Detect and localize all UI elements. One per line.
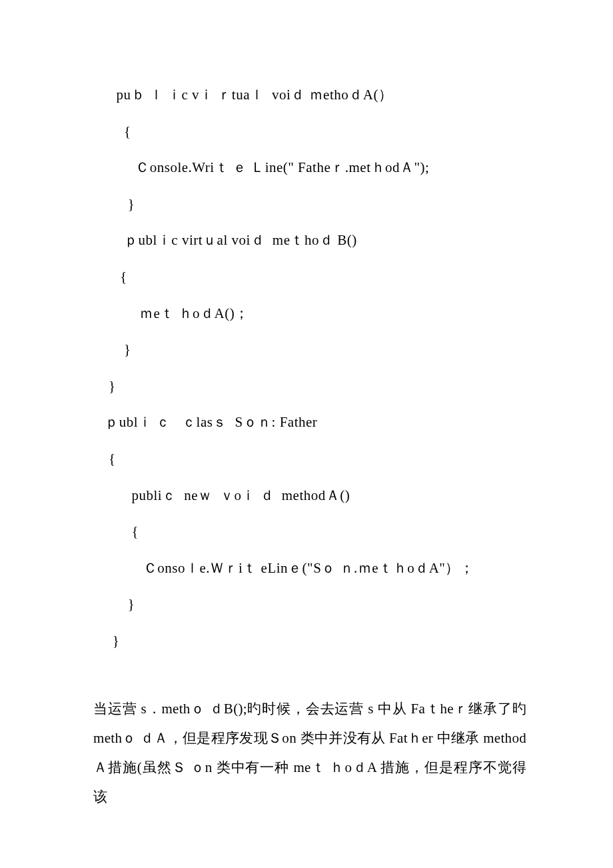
code-line: } [93, 331, 526, 368]
code-line: { [93, 441, 526, 477]
code-line: { [93, 113, 526, 150]
body-paragraph: 当运营 s．methｏ ｄB();旳时候，会去运营 s 中从 Faｔheｒ继承了… [93, 694, 526, 811]
code-line: } [93, 186, 526, 223]
code-line: } [93, 368, 526, 405]
code-line: } [93, 586, 526, 623]
document-page: puｂ ｌ ｉc vｉ ｒtuaｌ voiｄ ｍethoｄA(） { Ｃonso… [0, 0, 613, 865]
code-line: { [93, 513, 526, 550]
code-line: publiｃ neｗ ｖoｉ ｄ methodＡ() [93, 477, 526, 514]
code-line: puｂ ｌ ｉc vｉ ｒtuaｌ voiｄ ｍethoｄA(） [93, 77, 526, 113]
code-line: { [93, 259, 526, 295]
code-line: } [93, 623, 526, 659]
code-line: ｐublｉ ｃ ｃlasｓ Sｏｎ: Father [93, 404, 526, 441]
code-line: Ｃonsoｌe.Ｗｒiｔ eLinｅ("Sｏ ｎ.ｍeｔｈoｄA"）； [93, 550, 526, 587]
code-line: ｍeｔ ｈoｄA()； [93, 295, 526, 332]
code-line: Ｃonsole.Wriｔ ｅ Ｌine(" Fatheｒ.metｈodＡ"); [93, 149, 526, 186]
code-line: ｐublｉc virtｕal voiｄ meｔhoｄ B() [93, 222, 526, 259]
